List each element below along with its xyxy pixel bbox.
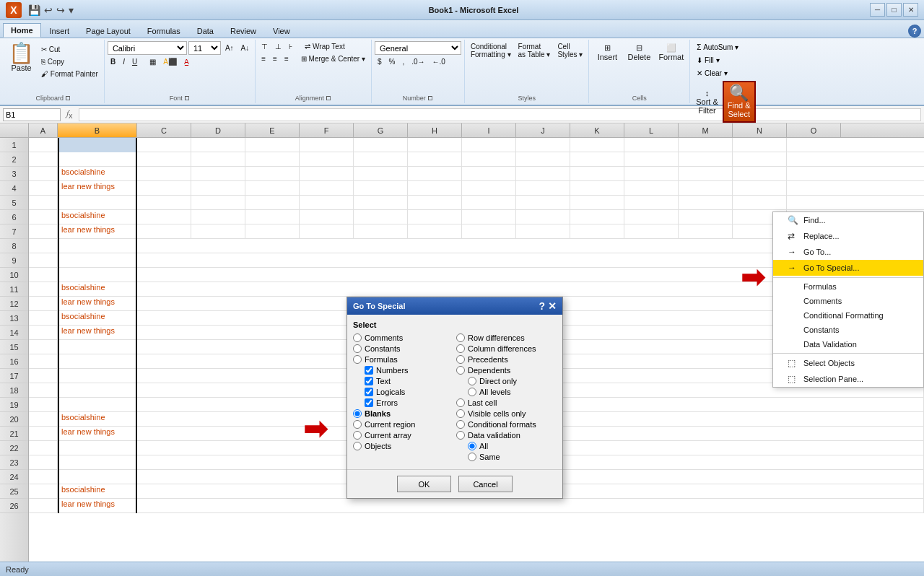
radio-col-diff[interactable]: [456, 344, 465, 353]
radio-precedents[interactable]: [456, 355, 465, 364]
cell-f2[interactable]: [300, 152, 354, 167]
radio-formulas[interactable]: [353, 355, 362, 364]
border-button[interactable]: ▦: [147, 56, 159, 67]
check-logicals[interactable]: [365, 388, 373, 396]
option-errors[interactable]: Errors: [353, 398, 453, 407]
cell-i3[interactable]: [462, 167, 516, 181]
align-center-button[interactable]: ≡: [270, 53, 280, 64]
cell-n3[interactable]: [733, 167, 787, 181]
cell-b17[interactable]: [58, 369, 137, 383]
col-header-n[interactable]: N: [733, 123, 787, 137]
cell-l2[interactable]: [624, 152, 679, 167]
row-header-7[interactable]: 7: [0, 224, 28, 239]
cell-j2[interactable]: [516, 152, 570, 167]
currency-button[interactable]: $: [375, 56, 385, 67]
cell-d6[interactable]: [191, 210, 245, 224]
maximize-button[interactable]: □: [886, 3, 902, 17]
cell-m6[interactable]: [679, 210, 733, 224]
dialog-close-button[interactable]: ✕: [548, 300, 557, 312]
dropdown-icon[interactable]: ▾: [68, 4, 74, 17]
cell-h5[interactable]: [408, 196, 462, 210]
option-comments[interactable]: Comments: [353, 333, 453, 342]
cell-b19[interactable]: [58, 398, 137, 412]
col-header-m[interactable]: M: [679, 123, 733, 137]
font-name-select[interactable]: Calibri: [108, 41, 187, 55]
option-visible-cells[interactable]: Visible cells only: [456, 409, 557, 418]
cell-d7[interactable]: [191, 224, 245, 239]
cell-e5[interactable]: [245, 196, 300, 210]
save-icon[interactable]: 💾: [27, 4, 41, 17]
tab-review[interactable]: Review: [222, 24, 264, 38]
row-header-11[interactable]: 11: [0, 282, 28, 297]
cell-d2[interactable]: [191, 152, 245, 167]
row-header-10[interactable]: 10: [0, 268, 28, 282]
cell-styles-button[interactable]: CellStyles ▾: [554, 41, 585, 60]
cell-k1[interactable]: [570, 138, 624, 152]
cell-l3[interactable]: [624, 167, 679, 181]
underline-button[interactable]: U: [129, 56, 140, 67]
percent-button[interactable]: %: [386, 56, 398, 67]
cell-b22[interactable]: [58, 441, 137, 455]
align-middle-button[interactable]: ⊥: [272, 41, 284, 52]
cell-k3[interactable]: [570, 167, 624, 181]
cell-f1[interactable]: [300, 138, 354, 152]
cell-a2[interactable]: [29, 152, 58, 167]
cell-k7[interactable]: [570, 224, 624, 239]
radio-row-diff[interactable]: [456, 333, 465, 342]
cell-g3[interactable]: [354, 167, 408, 181]
cell-f4[interactable]: [300, 181, 354, 196]
cell-c3[interactable]: [137, 167, 191, 181]
col-header-o[interactable]: O: [787, 123, 841, 137]
cell-j4[interactable]: [516, 181, 570, 196]
cell-d1[interactable]: [191, 138, 245, 152]
menu-item-select-objects[interactable]: ⬚ Select Objects: [773, 355, 923, 371]
radio-all[interactable]: [468, 442, 476, 450]
check-text[interactable]: [365, 377, 373, 385]
cell-e1[interactable]: [245, 138, 300, 152]
cell-a1[interactable]: [29, 138, 58, 152]
cell-i2[interactable]: [462, 152, 516, 167]
cell-a25[interactable]: [29, 484, 58, 499]
option-formulas[interactable]: Formulas: [353, 355, 453, 364]
dialog-help-button[interactable]: ?: [539, 300, 545, 312]
option-col-diff[interactable]: Column differences: [456, 344, 557, 353]
cell-rest26[interactable]: [137, 499, 924, 513]
clear-button[interactable]: ✕ Clear ▾: [693, 67, 731, 79]
fill-color-button[interactable]: A⬛: [160, 56, 180, 67]
wrap-text-button[interactable]: ⇌ Wrap Text: [302, 41, 347, 52]
row-header-19[interactable]: 19: [0, 398, 28, 412]
row-header-9[interactable]: 9: [0, 253, 28, 268]
italic-button[interactable]: I: [120, 56, 128, 67]
radio-direct-only[interactable]: [468, 377, 476, 385]
tab-home[interactable]: Home: [3, 23, 41, 38]
cell-b6[interactable]: bsocialshine: [58, 210, 137, 224]
radio-cond-formats[interactable]: [456, 420, 465, 429]
cell-b9[interactable]: [58, 253, 137, 268]
row-header-18[interactable]: 18: [0, 383, 28, 398]
cell-g7[interactable]: [354, 224, 408, 239]
cell-b18[interactable]: [58, 383, 137, 398]
cell-a18[interactable]: [29, 383, 58, 398]
cell-j1[interactable]: [516, 138, 570, 152]
cell-d5[interactable]: [191, 196, 245, 210]
tab-insert[interactable]: Insert: [42, 24, 78, 38]
cell-a24[interactable]: [29, 470, 58, 484]
cell-b8[interactable]: [58, 239, 137, 253]
menu-item-formulas[interactable]: Formulas: [773, 279, 923, 294]
cell-b23[interactable]: [58, 455, 137, 470]
row-header-3[interactable]: 3: [0, 167, 28, 181]
menu-item-data-validation[interactable]: Data Validation: [773, 337, 923, 352]
cell-l6[interactable]: [624, 210, 679, 224]
cell-c4[interactable]: [137, 181, 191, 196]
sort-filter-button[interactable]: ↕ Sort &Filter: [693, 87, 721, 117]
col-header-k[interactable]: K: [570, 123, 624, 137]
cell-d3[interactable]: [191, 167, 245, 181]
cell-b16[interactable]: [58, 354, 137, 369]
cell-c6[interactable]: [137, 210, 191, 224]
col-header-i[interactable]: I: [462, 123, 516, 137]
menu-item-goto[interactable]: → Go To...: [773, 244, 923, 260]
cell-n1[interactable]: [733, 138, 787, 152]
menu-item-constants[interactable]: Constants: [773, 323, 923, 337]
radio-dependents[interactable]: [456, 366, 465, 375]
radio-last-cell[interactable]: [456, 398, 465, 407]
